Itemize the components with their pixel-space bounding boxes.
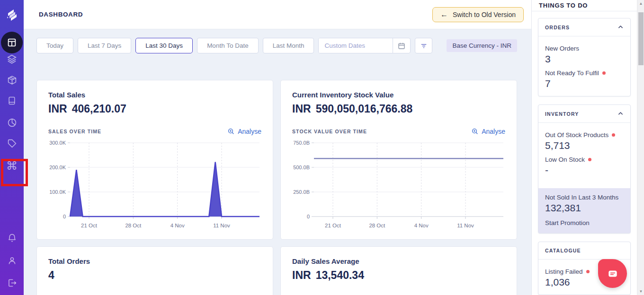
item-label: Low On Stock — [545, 156, 585, 163]
analyse-stock-link[interactable]: Analyse — [471, 128, 505, 135]
svg-text:100.0K: 100.0K — [49, 189, 66, 195]
amount: 13,540.34 — [316, 269, 364, 281]
amount: 590,050,016,766.88 — [316, 103, 413, 115]
main-area: DASHBOARD ← Switch to Old Version Today … — [24, 0, 531, 295]
more-filters-button[interactable] — [415, 38, 432, 53]
command-icon: ⌘ — [6, 160, 18, 172]
alert-dot — [586, 270, 590, 273]
book-icon — [7, 96, 17, 105]
tag-icon — [7, 139, 17, 148]
item-value: 7 — [545, 78, 624, 89]
svg-text:4 Nov: 4 Nov — [414, 223, 429, 228]
layers-icon — [7, 54, 17, 64]
package-icon — [7, 75, 17, 85]
sidebar-item-shortcuts[interactable]: ⌘ — [0, 159, 24, 173]
section-title: INVENTORY — [545, 111, 579, 117]
filter-month-to-date-button[interactable]: Month To Date — [197, 38, 259, 53]
chat-widget-button[interactable] — [598, 259, 627, 288]
app-logo-icon[interactable] — [5, 7, 18, 22]
section-title: ORDERS — [545, 25, 570, 30]
catalogue-section-header[interactable]: CATALOGUE — [538, 242, 630, 260]
back-arrow-icon: ← — [440, 11, 448, 18]
sidebar-item-orders[interactable] — [0, 94, 24, 108]
scroll-down-arrow[interactable]: ▼ — [637, 288, 644, 295]
custom-dates-field — [318, 38, 411, 53]
filter-today-button[interactable]: Today — [36, 38, 73, 53]
svg-text:750.0B: 750.0B — [293, 140, 310, 146]
total-orders-value: 4 — [48, 269, 261, 282]
things-to-do-body: ORDERS New Orders 3 Not Ready To Fulfil … — [532, 11, 637, 295]
orders-items: New Orders 3 Not Ready To Fulfil 7 — [538, 36, 630, 96]
sidebar-item-dashboard[interactable] — [1, 32, 23, 53]
orders-todo-card: ORDERS New Orders 3 Not Ready To Fulfil … — [538, 18, 631, 96]
chart-section-label: STOCK VALUE OVER TIME — [292, 129, 367, 134]
sales-over-time-chart: 0100.0K200.0K300.0K21 Oct28 Oct4 Nov11 N… — [48, 137, 262, 232]
things-to-do-panel: THINGS TO DO ORDERS New Orders 3 Not Rea… — [531, 0, 637, 295]
svg-text:0: 0 — [307, 214, 310, 219]
analyse-label: Analyse — [482, 128, 505, 135]
daily-sales-average-card: Daily Sales Average INR13,540.34 — [280, 246, 517, 295]
new-orders-item[interactable]: New Orders 3 — [545, 45, 624, 65]
svg-text:0: 0 — [63, 214, 66, 219]
scrollbar-thumb[interactable] — [638, 12, 644, 65]
orders-section-header[interactable]: ORDERS — [538, 18, 630, 36]
inventory-items: Out Of Stock Products 5,713 Low On Stock… — [538, 123, 630, 182]
app-root: ⌘ DASHBOARD ← Switch to Old Version — [0, 0, 644, 295]
svg-text:4 Nov: 4 Nov — [170, 223, 185, 228]
sidebar-item-channels[interactable] — [0, 52, 24, 66]
cards-grid: Total Sales INR406,210.07 SALES OVER TIM… — [36, 80, 517, 295]
low-on-stock-item[interactable]: Low On Stock - — [545, 156, 624, 176]
start-promotion-link[interactable]: Start Promotion — [545, 219, 624, 226]
pie-chart-icon — [7, 118, 17, 128]
svg-text:500.0B: 500.0B — [293, 165, 310, 170]
profile-icon — [7, 256, 17, 266]
chart-section-label: SALES OVER TIME — [48, 129, 101, 134]
sidebar-item-profile[interactable] — [0, 253, 24, 268]
item-label: Not Ready To Fulfil — [545, 69, 599, 77]
inventory-section-header[interactable]: INVENTORY — [538, 105, 630, 123]
item-label: Out Of Stock Products — [545, 131, 608, 139]
things-to-do-header: THINGS TO DO — [532, 0, 637, 11]
chevron-up-icon — [617, 111, 624, 117]
chevron-up-icon — [617, 24, 624, 30]
left-sidebar: ⌘ — [0, 0, 24, 295]
switch-to-old-version-button[interactable]: ← Switch to Old Version — [432, 7, 524, 22]
calendar-icon — [397, 42, 406, 50]
out-of-stock-item[interactable]: Out Of Stock Products 5,713 — [545, 131, 624, 151]
analyse-label: Analyse — [238, 128, 261, 135]
custom-dates-input[interactable] — [319, 38, 393, 53]
not-ready-to-fulfil-item[interactable]: Not Ready To Fulfil 7 — [545, 69, 624, 89]
currency-code: INR — [292, 269, 311, 281]
sidebar-item-reports[interactable] — [0, 115, 24, 130]
filter-last-30-days-button[interactable]: Last 30 Days — [135, 38, 193, 53]
total-orders-card: Total Orders 4 — [36, 246, 273, 295]
svg-text:200.0K: 200.0K — [49, 165, 66, 170]
chat-bubble-icon — [607, 268, 619, 280]
calendar-button[interactable] — [393, 38, 410, 53]
scroll-up-arrow[interactable]: ▲ — [637, 0, 644, 7]
svg-text:21 Oct: 21 Oct — [81, 223, 98, 228]
item-label: Listing Failed — [545, 268, 583, 275]
sidebar-item-products[interactable] — [0, 73, 24, 87]
sidebar-item-notifications[interactable] — [0, 231, 24, 245]
analyse-sales-link[interactable]: Analyse — [227, 128, 261, 135]
not-sold-highlight-item[interactable]: Not Sold In Last 3 Months 132,381 Start … — [538, 188, 630, 233]
top-header: DASHBOARD ← Switch to Old Version — [24, 0, 531, 29]
stock-value-over-time-chart: 0250.0B500.0B750.0B21 Oct28 Oct4 Nov11 N… — [292, 137, 506, 232]
svg-text:21 Oct: 21 Oct — [325, 223, 341, 228]
magnifier-plus-icon — [227, 128, 235, 135]
switch-button-label: Switch to Old Version — [453, 11, 516, 18]
things-to-do-title: THINGS TO DO — [539, 2, 588, 9]
sidebar-item-logout[interactable] — [0, 276, 24, 290]
bell-icon — [7, 233, 17, 243]
dashboard-icon — [7, 37, 17, 48]
card-title: Total Orders — [48, 257, 261, 265]
card-title: Total Sales — [48, 91, 261, 99]
inventory-todo-card: INVENTORY Out Of Stock Products 5,713 Lo… — [538, 104, 631, 234]
filter-last-7-days-button[interactable]: Last 7 Days — [78, 38, 131, 53]
card-title: Current Inventory Stock Value — [292, 91, 505, 99]
total-sales-value: INR406,210.07 — [48, 103, 261, 115]
sidebar-item-pricing[interactable] — [0, 136, 24, 150]
window-scrollbar[interactable]: ▲ ▼ — [637, 0, 644, 295]
filter-last-month-button[interactable]: Last Month — [263, 38, 314, 53]
